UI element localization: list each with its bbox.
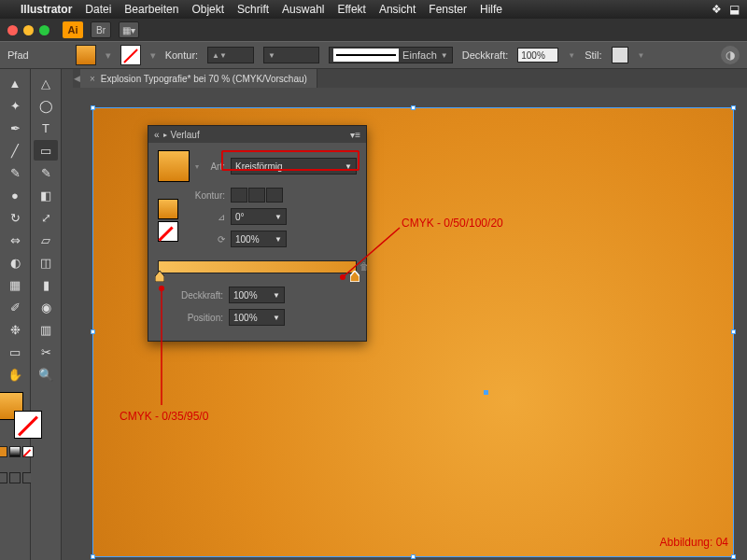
artboard-tool[interactable]: ▭: [3, 342, 27, 362]
panel-menu-icon[interactable]: ▾≡: [350, 130, 360, 140]
style-swatch[interactable]: [612, 47, 628, 63]
selection-type-label: Pfad: [7, 49, 29, 61]
fill-stroke-indicator[interactable]: [0, 392, 35, 431]
blob-brush-tool[interactable]: ●: [3, 185, 27, 205]
tools-column-a: ▲ ✦ ✒ ╱ ✎ ● ↻ ⇔ ◐ ▦ ✐ ❉ ▭ ✋: [0, 69, 31, 560]
gradient-slider[interactable]: 🗑: [158, 260, 357, 273]
menu-fenster[interactable]: Fenster: [429, 3, 467, 16]
selection-tool[interactable]: ▲: [3, 73, 27, 93]
gradient-stop-right[interactable]: [350, 271, 359, 282]
document-tabs: ◀ × Explosion Typografie* bei 70 % (CMYK…: [73, 69, 747, 88]
pen-tool[interactable]: ✒: [3, 118, 27, 138]
zoom-tool[interactable]: 🔍: [34, 364, 58, 385]
gradient-type-dropdown[interactable]: Kreisförmig▼: [231, 158, 357, 175]
type-tool[interactable]: T: [34, 118, 58, 138]
panel-collapse-icon[interactable]: «: [154, 130, 160, 140]
gradient-panel[interactable]: « ▸ Verlauf ▾≡ ▾ Art: Kreisförmig▼: [148, 125, 367, 342]
direct-selection-tool[interactable]: △: [34, 73, 58, 93]
menu-effekt[interactable]: Effekt: [337, 3, 365, 16]
eraser-tool[interactable]: ◧: [34, 185, 58, 205]
gradient-stop-left[interactable]: [155, 271, 164, 282]
rectangle-tool[interactable]: ▭: [34, 140, 58, 161]
gradient-panel-title: Verlauf: [171, 130, 200, 140]
fill-swatch[interactable]: [76, 45, 96, 65]
screen-mode-switches[interactable]: [0, 472, 34, 483]
lasso-tool[interactable]: ◯: [34, 95, 58, 116]
menu-app[interactable]: Illustrator: [21, 3, 72, 16]
control-bar: Pfad ▾ ▾ Kontur: ▲▼ ▼ Einfach ▼ Deckkraf…: [0, 41, 747, 69]
opacity-label: Deckkraft:: [462, 49, 509, 61]
document-tab[interactable]: × Explosion Typografie* bei 70 % (CMYK/V…: [80, 69, 317, 88]
shape-builder-tool[interactable]: ◐: [3, 252, 27, 273]
figure-label: Abbildung: 04: [660, 536, 728, 549]
bridge-button[interactable]: Br: [91, 21, 111, 38]
brush-dropdown[interactable]: Einfach ▼: [329, 47, 453, 63]
angle-field[interactable]: 0°▼: [231, 208, 287, 225]
annotation-right-stop: CMYK - 0/50/100/20: [402, 217, 503, 230]
menu-schrift[interactable]: Schrift: [237, 3, 269, 16]
stroke-width-profile-dropdown[interactable]: ▼: [263, 47, 319, 63]
stroke-none-swatch[interactable]: [158, 221, 178, 242]
menu-hilfe[interactable]: Hilfe: [480, 3, 502, 16]
window-titlebar: Ai Br ▦▾: [0, 19, 747, 41]
app-logo-icon: Ai: [63, 21, 83, 38]
left-dock: ▲ ✦ ✒ ╱ ✎ ● ↻ ⇔ ◐ ▦ ✐ ❉ ▭ ✋ △ ◯ T ▭: [0, 69, 65, 560]
aspect-field[interactable]: 100%▼: [231, 231, 287, 247]
panel-position-label: Position:: [158, 313, 223, 323]
mesh-tool[interactable]: ▦: [3, 274, 27, 295]
panel-stroke-label: Kontur:: [184, 190, 225, 201]
dropbox-icon[interactable]: ⬓: [729, 3, 740, 16]
menu-objekt[interactable]: Objekt: [191, 3, 224, 16]
color-mode-switches[interactable]: [0, 446, 34, 457]
column-graph-tool[interactable]: ▥: [34, 319, 58, 340]
svg-marker-1: [350, 271, 359, 282]
free-transform-tool[interactable]: ▱: [34, 230, 58, 250]
width-tool[interactable]: ⇔: [3, 230, 27, 250]
minimize-window-button[interactable]: [23, 25, 34, 35]
perspective-grid-tool[interactable]: ◫: [34, 252, 58, 273]
type-label: Art:: [204, 161, 225, 172]
rotate-tool[interactable]: ↻: [3, 207, 27, 228]
close-tab-icon[interactable]: ×: [90, 74, 95, 84]
brush-label: Einfach: [402, 49, 437, 61]
stop-position-field[interactable]: 100%▼: [229, 309, 285, 326]
blend-tool[interactable]: ◉: [34, 297, 58, 317]
panel-menu-icon[interactable]: ◑: [721, 46, 740, 64]
annotation-left-stop: CMYK - 0/35/95/0: [120, 410, 208, 423]
document-tab-title: Explosion Typografie* bei 70 % (CMYK/Vor…: [101, 74, 307, 84]
gradient-panel-header[interactable]: « ▸ Verlauf ▾≡: [148, 126, 366, 143]
menu-auswahl[interactable]: Auswahl: [282, 3, 324, 16]
magic-wand-tool[interactable]: ✦: [3, 95, 27, 116]
arrange-documents-button[interactable]: ▦▾: [119, 21, 139, 38]
delete-stop-icon[interactable]: 🗑: [359, 261, 369, 272]
canvas[interactable]: « ▸ Verlauf ▾≡ ▾ Art: Kreisförmig▼: [73, 88, 747, 560]
menu-ansicht[interactable]: Ansicht: [379, 3, 416, 16]
eyedropper-tool[interactable]: ✐: [3, 297, 27, 317]
stroke-align-buttons[interactable]: [231, 188, 283, 203]
scale-tool[interactable]: ⤢: [34, 207, 58, 228]
zoom-window-button[interactable]: [39, 25, 49, 35]
hand-tool[interactable]: ✋: [3, 364, 27, 385]
close-window-button[interactable]: [7, 25, 18, 35]
stroke-label: Kontur:: [165, 49, 198, 61]
menu-datei[interactable]: Datei: [85, 3, 111, 16]
stroke-swatch[interactable]: [120, 45, 141, 65]
macos-menubar: Illustrator Datei Bearbeiten Objekt Schr…: [0, 0, 747, 19]
evernote-icon[interactable]: ❖: [712, 3, 722, 16]
gradient-tool[interactable]: ▮: [34, 274, 58, 295]
svg-marker-0: [155, 271, 164, 282]
symbol-sprayer-tool[interactable]: ❉: [3, 319, 27, 340]
slice-tool[interactable]: ✂: [34, 342, 58, 362]
stroke-weight-dropdown[interactable]: ▲▼: [207, 47, 254, 63]
panel-opacity-label: Deckkraft:: [158, 290, 223, 301]
stroke-gradient-swatch[interactable]: [158, 199, 178, 219]
stop-opacity-field[interactable]: 100%▼: [229, 287, 285, 303]
gradient-fill-swatch[interactable]: [158, 150, 190, 182]
tools-column-b: △ ◯ T ▭ ✎ ◧ ⤢ ▱ ◫ ▮ ◉ ▥ ✂ 🔍: [31, 69, 62, 560]
paintbrush-tool[interactable]: ✎: [3, 162, 27, 183]
menu-bearbeiten[interactable]: Bearbeiten: [124, 3, 178, 16]
pencil-tool[interactable]: ✎: [34, 162, 58, 183]
line-tool[interactable]: ╱: [3, 140, 27, 161]
opacity-field[interactable]: 100%: [517, 48, 558, 63]
style-label: Stil:: [585, 49, 601, 61]
